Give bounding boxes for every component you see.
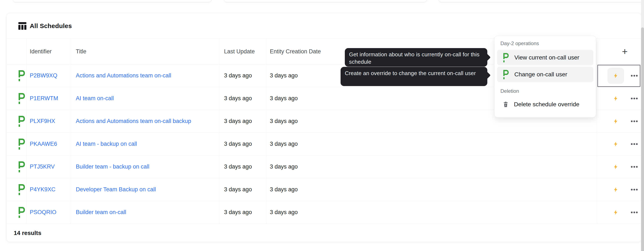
header-title: Title xyxy=(71,39,220,64)
panel-header: All Schedules xyxy=(6,13,641,39)
pagerduty-logo-icon xyxy=(18,116,25,127)
automations-bolt-button[interactable] xyxy=(608,68,624,84)
row-menu-button[interactable] xyxy=(631,75,638,77)
lightning-bolt-icon xyxy=(613,94,618,103)
identifier-link[interactable]: PTJ5KRV xyxy=(30,164,55,170)
page: All Schedules Identifier Title Last Upda… xyxy=(0,0,644,251)
menu-item-view-current-oncall-user[interactable]: View current on-call user xyxy=(497,50,593,65)
row-menu-button[interactable] xyxy=(631,166,638,168)
entity-creation-date-value: 3 days ago xyxy=(267,201,597,224)
identifier-link[interactable]: P4YK9XC xyxy=(30,186,56,193)
automations-bolt-button[interactable] xyxy=(608,204,624,221)
table-icon xyxy=(18,22,26,30)
title-link[interactable]: Actions and Automations team on-call xyxy=(76,72,171,79)
entity-creation-date-value: 3 days ago xyxy=(267,155,597,178)
panel-title: All Schedules xyxy=(30,22,72,29)
identifier-link[interactable]: P2BW9XQ xyxy=(30,72,58,79)
row-menu-button[interactable] xyxy=(631,212,638,213)
row-actions-cell xyxy=(597,133,642,155)
row-menu-button[interactable] xyxy=(631,98,638,99)
last-update-value: 3 days ago xyxy=(220,87,267,110)
panel-footer: 14 results xyxy=(6,224,641,242)
row-actions-cell xyxy=(597,87,642,110)
header-icon-column xyxy=(6,39,26,64)
row-context-menu: Day-2 operations View current on-call us… xyxy=(494,36,596,117)
add-schedule-button[interactable]: + xyxy=(622,47,628,56)
lightning-bolt-icon xyxy=(613,117,618,126)
entity-creation-date-value: 3 days ago xyxy=(267,178,597,201)
row-actions-cell xyxy=(597,155,642,178)
lightning-bolt-icon xyxy=(613,208,618,217)
tooltip-text: Get information about who is currently o… xyxy=(349,51,482,66)
tooltip-change-oncall: Create an override to change the current… xyxy=(340,67,487,86)
header-last-update: Last Update xyxy=(220,39,267,64)
title-link[interactable]: AI team on-call xyxy=(76,95,114,102)
tooltip-text: Create an override to change the current… xyxy=(345,70,482,77)
row-menu-button[interactable] xyxy=(631,120,638,122)
identifier-link[interactable]: PKAAWE6 xyxy=(30,141,57,147)
title-link[interactable]: Developer Team Backup on call xyxy=(76,186,156,193)
identifier-link[interactable]: PSOQRIO xyxy=(30,209,56,216)
last-update-value: 3 days ago xyxy=(220,110,267,132)
automations-bolt-button[interactable] xyxy=(608,136,624,152)
last-update-value: 3 days ago xyxy=(220,178,267,201)
title-link[interactable]: Builder team - backup on call xyxy=(76,164,149,170)
lightning-bolt-icon xyxy=(613,162,618,171)
row-actions-cell-focused xyxy=(597,64,642,87)
last-update-value: 3 days ago xyxy=(220,64,267,87)
top-card-partial-3 xyxy=(438,0,644,2)
automations-bolt-button[interactable] xyxy=(608,90,624,106)
pagerduty-logo-icon xyxy=(18,93,25,104)
title-link[interactable]: Builder team on-call xyxy=(76,209,126,216)
header-actions-column: + xyxy=(597,39,642,64)
tooltip-view-current-oncall: Get information about who is currently o… xyxy=(345,48,487,67)
row-menu-button[interactable] xyxy=(631,143,638,145)
lightning-bolt-icon xyxy=(613,185,618,194)
table-row: P4YK9XC Developer Team Backup on call 3 … xyxy=(6,178,641,201)
identifier-link[interactable]: P1ERWTM xyxy=(30,95,58,102)
last-update-value: 3 days ago xyxy=(220,201,267,224)
pagerduty-logo-icon xyxy=(18,184,25,195)
title-link[interactable]: Actions and Automations team on-call bac… xyxy=(76,118,191,124)
pagerduty-logo-icon xyxy=(18,207,25,218)
automations-bolt-button[interactable] xyxy=(608,182,624,198)
menu-item-label: Delete schedule override xyxy=(514,101,580,108)
title-link[interactable]: AI team - backup on call xyxy=(76,141,137,147)
last-update-value: 3 days ago xyxy=(220,155,267,178)
pagerduty-logo-icon xyxy=(18,139,25,150)
automations-bolt-button[interactable] xyxy=(608,113,624,129)
entity-creation-date-value: 3 days ago xyxy=(267,133,597,155)
trash-icon xyxy=(503,101,508,108)
menu-item-change-oncall-user[interactable]: Change on-call user xyxy=(497,67,593,82)
header-identifier: Identifier xyxy=(26,39,71,64)
lightning-bolt-icon xyxy=(613,140,618,149)
menu-section-deletion: Deletion xyxy=(500,88,593,94)
pagerduty-logo-icon xyxy=(18,70,25,81)
automations-bolt-button[interactable] xyxy=(608,159,624,175)
menu-item-delete-schedule-override[interactable]: Delete schedule override xyxy=(497,97,593,112)
pagerduty-logo-icon xyxy=(18,161,25,172)
table-row: PTJ5KRV Builder team - backup on call 3 … xyxy=(6,155,641,178)
row-actions-cell xyxy=(597,201,642,224)
table-row: PSOQRIO Builder team on-call 3 days ago … xyxy=(6,201,641,224)
row-actions-cell xyxy=(597,178,642,201)
scrollbar-thumb[interactable] xyxy=(641,27,644,251)
lightning-bolt-icon xyxy=(613,71,618,80)
results-count: 14 results xyxy=(14,230,42,237)
menu-section-day2-operations: Day-2 operations xyxy=(500,40,593,46)
pagerduty-logo-icon xyxy=(503,70,509,79)
identifier-link[interactable]: PLXF9HX xyxy=(30,118,55,124)
menu-item-label: Change on-call user xyxy=(514,71,567,78)
row-actions-cell xyxy=(597,110,642,132)
menu-item-label: View current on-call user xyxy=(514,54,580,61)
last-update-value: 3 days ago xyxy=(220,133,267,155)
pagerduty-logo-icon xyxy=(503,53,509,62)
row-menu-button[interactable] xyxy=(631,189,638,191)
top-card-partial-1 xyxy=(13,0,212,2)
table-row: PKAAWE6 AI team - backup on call 3 days … xyxy=(6,133,641,155)
top-card-partial-2 xyxy=(224,0,427,2)
